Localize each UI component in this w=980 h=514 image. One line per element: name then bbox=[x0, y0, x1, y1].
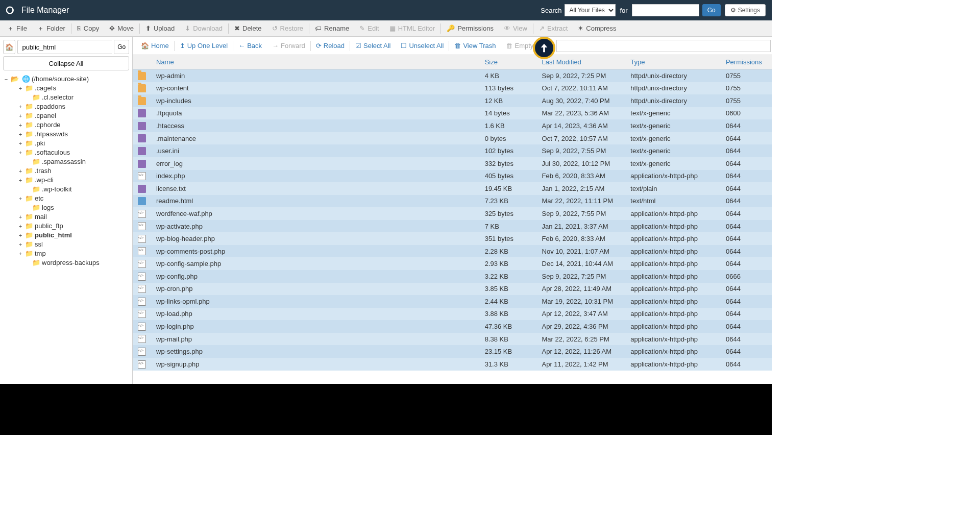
tree-item[interactable]: +📁.cpanel bbox=[3, 111, 129, 120]
tree-item[interactable]: +📁.htpasswds bbox=[3, 130, 129, 139]
tree-item[interactable]: +📁.cphorde bbox=[3, 120, 129, 130]
table-row[interactable]: wp-settings.php23.15 KBApr 12, 2022, 11:… bbox=[133, 345, 772, 358]
tree-item[interactable]: 📁wordpress-backups bbox=[3, 258, 129, 267]
file-type: application/x-httpd-php bbox=[625, 295, 721, 308]
unselect-all-button[interactable]: ☐Unselect All bbox=[396, 40, 449, 52]
table-row[interactable]: index.php405 bytesFeb 6, 2020, 8:33 AMap… bbox=[133, 170, 772, 183]
collapse-all-button[interactable]: Collapse All bbox=[3, 56, 129, 70]
expand-icon[interactable]: + bbox=[17, 130, 23, 139]
collapse-icon[interactable]: − bbox=[3, 75, 9, 84]
view-trash-button[interactable]: 🗑View Trash bbox=[449, 40, 501, 52]
expand-icon[interactable]: + bbox=[17, 231, 23, 240]
move-button[interactable]: ✥Move bbox=[104, 22, 139, 34]
expand-icon[interactable]: + bbox=[17, 222, 23, 231]
tree-root[interactable]: − 📂 🌐 (/home/source-site) bbox=[3, 75, 129, 84]
tree-item[interactable]: +📁.cpaddons bbox=[3, 102, 129, 111]
select-all-button[interactable]: ☑Select All bbox=[350, 40, 396, 52]
table-row[interactable]: wp-cron.php3.85 KBApr 28, 2022, 11:49 AM… bbox=[133, 283, 772, 296]
table-row[interactable]: wordfence-waf.php325 bytesSep 9, 2022, 7… bbox=[133, 207, 772, 220]
filter-input[interactable] bbox=[556, 40, 771, 52]
file-button[interactable]: ＋File bbox=[2, 22, 32, 35]
col-type-header[interactable]: Type bbox=[625, 55, 721, 69]
expand-icon[interactable]: + bbox=[17, 212, 23, 222]
table-row[interactable]: wp-admin4 KBSep 9, 2022, 7:25 PMhttpd/un… bbox=[133, 69, 772, 82]
search-scope-select[interactable]: All Your Files bbox=[565, 4, 616, 16]
table-row[interactable]: .htaccess1.6 KBApr 14, 2023, 4:36 AMtext… bbox=[133, 119, 772, 132]
tree-item[interactable]: 📁logs bbox=[3, 203, 129, 212]
tree-item[interactable]: +📁public_html bbox=[3, 231, 129, 240]
tree-item[interactable]: 📁.cl.selector bbox=[3, 93, 129, 102]
expand-icon[interactable]: + bbox=[17, 111, 23, 120]
expand-icon[interactable]: + bbox=[17, 120, 23, 130]
table-row[interactable]: wp-signup.php31.3 KBApr 11, 2022, 1:42 P… bbox=[133, 358, 772, 371]
up-one-level-button[interactable]: ↥Up One Level bbox=[175, 40, 233, 52]
table-row[interactable]: readme.html7.23 KBMar 22, 2022, 11:11 PM… bbox=[133, 195, 772, 208]
expand-icon[interactable]: + bbox=[17, 166, 23, 176]
expand-icon[interactable]: + bbox=[17, 84, 23, 93]
forward-button[interactable]: →Forward bbox=[267, 40, 310, 52]
tree-item[interactable]: +📁.wp-cli bbox=[3, 176, 129, 185]
table-row[interactable]: .maintenance0 bytesOct 7, 2022, 10:57 AM… bbox=[133, 132, 772, 145]
path-go-button[interactable]: Go bbox=[114, 40, 129, 54]
expand-icon[interactable]: + bbox=[17, 194, 23, 203]
tree-item[interactable]: +📁etc bbox=[3, 194, 129, 203]
table-row[interactable]: wp-mail.php8.38 KBMar 22, 2022, 6:25 PMa… bbox=[133, 333, 772, 346]
expand-icon[interactable]: + bbox=[17, 139, 23, 148]
download-button[interactable]: ⬇Download bbox=[180, 22, 228, 34]
tree-item[interactable]: +📁ssl bbox=[3, 240, 129, 249]
col-name-header[interactable]: Name bbox=[151, 55, 480, 69]
tree-item[interactable]: 📁.wp-toolkit bbox=[3, 185, 129, 194]
table-row[interactable]: wp-comments-post.php2.28 KBNov 10, 2021,… bbox=[133, 245, 772, 258]
col-size-header[interactable]: Size bbox=[480, 55, 537, 69]
table-row[interactable]: wp-includes12 KBAug 30, 2022, 7:40 PMhtt… bbox=[133, 94, 772, 107]
col-perms-header[interactable]: Permissions bbox=[721, 55, 772, 69]
tree-item[interactable]: +📁.pki bbox=[3, 139, 129, 148]
table-row[interactable]: error_log332 bytesJul 30, 2022, 10:12 PM… bbox=[133, 157, 772, 170]
tree-item[interactable]: +📁.cagefs bbox=[3, 84, 129, 93]
tree-item[interactable]: +📁tmp bbox=[3, 249, 129, 258]
path-input[interactable] bbox=[17, 40, 112, 54]
table-row[interactable]: wp-links-opml.php2.44 KBMar 19, 2022, 10… bbox=[133, 295, 772, 308]
folder-button[interactable]: ＋Folder bbox=[32, 22, 70, 35]
table-row[interactable]: wp-blog-header.php351 bytesFeb 6, 2020, … bbox=[133, 232, 772, 245]
edit-button[interactable]: ✎Edit bbox=[354, 22, 384, 34]
home-button[interactable]: 🏠 bbox=[3, 40, 15, 54]
reload-button[interactable]: ⟳Reload bbox=[311, 40, 350, 52]
view-button[interactable]: 👁View bbox=[499, 22, 532, 34]
table-row[interactable]: wp-content113 bytesOct 7, 2022, 10:11 AM… bbox=[133, 82, 772, 95]
settings-button[interactable]: ⚙ Settings bbox=[725, 4, 766, 16]
permissions-button[interactable]: 🔑Permissions bbox=[442, 22, 499, 34]
expand-icon[interactable]: + bbox=[17, 176, 23, 185]
upload-button[interactable]: ⬆Upload bbox=[140, 22, 180, 34]
table-row[interactable]: wp-config-sample.php2.93 KBDec 14, 2021,… bbox=[133, 257, 772, 270]
search-go-button[interactable]: Go bbox=[702, 4, 721, 16]
expand-icon[interactable]: + bbox=[17, 148, 23, 157]
restore-button[interactable]: ↺Restore bbox=[267, 22, 309, 34]
table-row[interactable]: .user.ini102 bytesSep 9, 2022, 7:55 PMte… bbox=[133, 144, 772, 157]
table-row[interactable]: wp-config.php3.22 KBSep 9, 2022, 7:25 PM… bbox=[133, 270, 772, 283]
tree-item[interactable]: +📁mail bbox=[3, 212, 129, 222]
expand-icon[interactable]: + bbox=[17, 249, 23, 258]
copy-button[interactable]: ⎘Copy bbox=[72, 22, 104, 34]
home-action-button[interactable]: 🏠Home bbox=[136, 40, 174, 52]
extract-button[interactable]: ↗Extract bbox=[534, 22, 573, 34]
expand-icon[interactable]: + bbox=[17, 240, 23, 249]
table-row[interactable]: license.txt19.45 KBJan 1, 2022, 2:15 AMt… bbox=[133, 182, 772, 195]
back-button[interactable]: ←Back bbox=[233, 40, 267, 52]
delete-button[interactable]: ✖Delete bbox=[229, 22, 267, 34]
search-input[interactable] bbox=[632, 4, 699, 16]
check-icon: ☑ bbox=[355, 42, 361, 50]
table-row[interactable]: wp-login.php47.36 KBApr 29, 2022, 4:36 P… bbox=[133, 320, 772, 333]
table-row[interactable]: wp-load.php3.88 KBApr 12, 2022, 3:47 AMa… bbox=[133, 308, 772, 321]
html-editor-button[interactable]: ▦HTML Editor bbox=[384, 22, 440, 34]
compress-button[interactable]: ✶Compress bbox=[573, 22, 621, 34]
tree-item[interactable]: +📁.trash bbox=[3, 166, 129, 176]
table-row[interactable]: .ftpquota14 bytesMar 22, 2023, 5:36 AMte… bbox=[133, 107, 772, 120]
tree-item[interactable]: +📁.softaculous bbox=[3, 148, 129, 157]
tree-item[interactable]: +📁public_ftp bbox=[3, 222, 129, 231]
tree-item[interactable]: 📁.spamassassin bbox=[3, 157, 129, 166]
expand-icon[interactable]: + bbox=[17, 102, 23, 111]
table-row[interactable]: wp-activate.php7 KBJan 21, 2021, 3:37 AM… bbox=[133, 220, 772, 233]
path-row: 🏠 Go bbox=[3, 40, 129, 54]
rename-button[interactable]: 🏷Rename bbox=[310, 22, 354, 34]
